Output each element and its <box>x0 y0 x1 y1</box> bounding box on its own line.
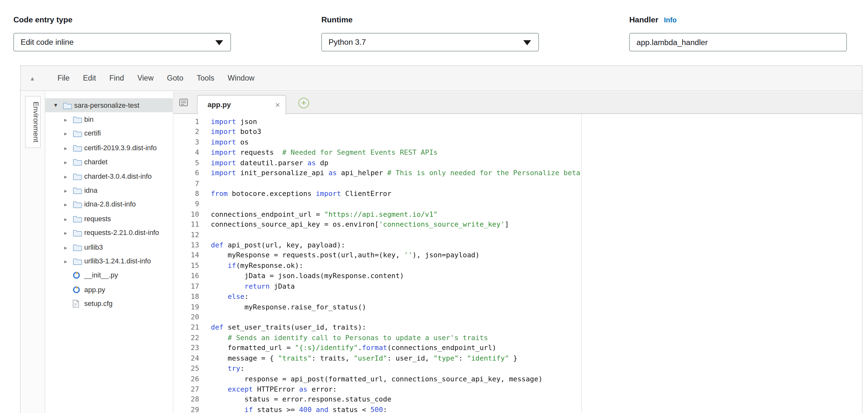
code-line: response = api_post(formatted_url, conne… <box>211 374 862 384</box>
code-line: if(myResponse.ok): <box>211 261 862 271</box>
code-line: return jData <box>211 281 862 292</box>
line-number[interactable]: 7 <box>174 178 208 188</box>
line-number[interactable]: 26 <box>174 374 208 384</box>
runtime-select[interactable]: Python 3.7 <box>321 33 539 52</box>
handler-input[interactable] <box>629 33 847 52</box>
disclosure-collapsed-icon[interactable]: ▸ <box>64 159 72 166</box>
chevron-down-icon <box>215 40 223 46</box>
disclosure-expanded-icon[interactable]: ▾ <box>54 102 62 109</box>
line-number[interactable]: 5 <box>174 158 208 168</box>
folder-icon <box>72 201 84 208</box>
file-tree: ▾sara-personalize-test▸bin▸certifi▸certi… <box>45 91 174 413</box>
menu-item-edit[interactable]: Edit <box>76 66 103 90</box>
new-tab-button[interactable]: + <box>299 98 309 108</box>
tree-item-app-py[interactable]: app.py <box>45 283 173 297</box>
menu-item-window[interactable]: Window <box>221 66 261 90</box>
folder-icon <box>72 257 84 265</box>
disclosure-collapsed-icon[interactable]: ▸ <box>64 187 72 194</box>
tree-item--init-py[interactable]: __init__.py <box>45 268 173 283</box>
line-number[interactable]: 24 <box>174 353 208 363</box>
line-number[interactable]: 27 <box>174 384 208 394</box>
code-line: # Sends an identify call to Personas to … <box>211 333 862 343</box>
environment-tab[interactable]: Environment <box>25 96 41 148</box>
tree-item-chardet[interactable]: ▸chardet <box>45 155 173 169</box>
code-line: connections_endpoint_url = "https://api.… <box>211 209 862 219</box>
line-number[interactable]: 29 <box>174 405 208 413</box>
tab-app-py[interactable]: app.py × <box>197 95 286 114</box>
line-number[interactable]: 3 <box>174 137 208 147</box>
environment-tab-label: Environment <box>32 102 40 142</box>
ide-frame: ▴ FileEditFindViewGotoToolsWindow Enviro… <box>20 65 863 413</box>
line-number[interactable]: 9 <box>174 199 208 209</box>
tree-item-certifi[interactable]: ▸certifi <box>45 126 173 141</box>
disclosure-collapsed-icon[interactable]: ▸ <box>64 116 72 123</box>
code-line: def api_post(url, key, payload): <box>211 240 862 250</box>
line-number[interactable]: 17 <box>174 281 208 292</box>
line-number[interactable]: 22 <box>174 333 208 343</box>
menu-item-file[interactable]: File <box>51 66 76 90</box>
line-number[interactable]: 25 <box>174 363 208 374</box>
line-number[interactable]: 21 <box>174 323 208 333</box>
line-number[interactable]: 23 <box>174 343 208 353</box>
folder-icon <box>63 101 74 109</box>
tree-item-urllib3[interactable]: ▸urllib3 <box>45 240 173 254</box>
line-number[interactable]: 1 <box>174 117 208 127</box>
code-line <box>211 312 862 322</box>
code-line: from botocore.exceptions import ClientEr… <box>211 188 862 199</box>
collapse-menu-icon[interactable]: ▴ <box>31 74 43 82</box>
tree-item-certifi-2019-3-9-dist-info[interactable]: ▸certifi-2019.3.9.dist-info <box>45 141 173 155</box>
line-number[interactable]: 28 <box>174 394 208 405</box>
disclosure-collapsed-icon[interactable]: ▸ <box>64 244 72 250</box>
tree-item-chardet-3-0-4-dist-info[interactable]: ▸chardet-3.0.4.dist-info <box>45 169 173 183</box>
handler-info-link[interactable]: Info <box>664 16 677 24</box>
code-line: try: <box>211 363 862 374</box>
disclosure-collapsed-icon[interactable]: ▸ <box>64 130 72 137</box>
disclosure-collapsed-icon[interactable]: ▸ <box>64 230 72 236</box>
tab-list-icon[interactable] <box>179 98 188 109</box>
tree-item-requests-2-21-0-dist-info[interactable]: ▸requests-2.21.0.dist-info <box>45 226 173 240</box>
code-entry-type-field: Code entry type Edit code inline <box>13 15 231 52</box>
line-number[interactable]: 20 <box>174 312 208 322</box>
menu-item-find[interactable]: Find <box>102 66 131 90</box>
runtime-value: Python 3.7 <box>329 34 366 51</box>
line-number[interactable]: 13 <box>174 240 208 250</box>
tree-item-urllib3-1-24-1-dist-info[interactable]: ▸urllib3-1.24.1.dist-info <box>45 254 173 268</box>
folder-icon <box>72 144 84 151</box>
close-icon[interactable]: × <box>275 95 280 114</box>
chevron-down-icon <box>523 40 531 46</box>
line-number[interactable]: 19 <box>174 302 208 312</box>
line-number[interactable]: 6 <box>174 168 208 178</box>
tree-item-idna-2-8-dist-info[interactable]: ▸idna-2.8.dist-info <box>45 198 173 212</box>
disclosure-collapsed-icon[interactable]: ▸ <box>64 201 72 208</box>
folder-icon <box>72 186 84 194</box>
disclosure-collapsed-icon[interactable]: ▸ <box>64 173 72 180</box>
tree-item-sara-personalize-test[interactable]: ▾sara-personalize-test <box>45 98 173 112</box>
line-number[interactable]: 11 <box>174 219 208 230</box>
ide-menu-bar: ▴ FileEditFindViewGotoToolsWindow <box>21 66 862 91</box>
line-number[interactable]: 8 <box>174 188 208 199</box>
disclosure-collapsed-icon[interactable]: ▸ <box>64 258 72 265</box>
disclosure-collapsed-icon[interactable]: ▸ <box>64 215 72 222</box>
menu-item-tools[interactable]: Tools <box>190 66 221 90</box>
line-number[interactable]: 10 <box>174 209 208 219</box>
line-number[interactable]: 12 <box>174 230 208 240</box>
tree-item-bin[interactable]: ▸bin <box>45 113 173 126</box>
code-entry-type-select[interactable]: Edit code inline <box>13 33 231 52</box>
line-number[interactable]: 2 <box>174 127 208 137</box>
tree-item-setup-cfg[interactable]: setup.cfg <box>45 297 173 311</box>
code-editor[interactable]: 1234567891011121314151617181920212223242… <box>174 114 862 413</box>
line-number[interactable]: 14 <box>174 250 208 261</box>
line-number[interactable]: 15 <box>174 261 208 271</box>
menu-item-view[interactable]: View <box>131 66 160 90</box>
code-entry-type-label-text: Code entry type <box>13 15 72 24</box>
tree-item-idna[interactable]: ▸idna <box>45 183 173 198</box>
menu-item-goto[interactable]: Goto <box>160 66 190 90</box>
line-number[interactable]: 4 <box>174 148 208 158</box>
tree-item-requests[interactable]: ▸requests <box>45 212 173 226</box>
disclosure-collapsed-icon[interactable]: ▸ <box>64 145 72 151</box>
code-line: connections_source_api_key = os.environ[… <box>211 219 862 230</box>
tree-item-label: certifi <box>84 130 101 138</box>
line-number[interactable]: 18 <box>174 292 208 302</box>
folder-icon <box>72 130 84 138</box>
line-number[interactable]: 16 <box>174 271 208 281</box>
